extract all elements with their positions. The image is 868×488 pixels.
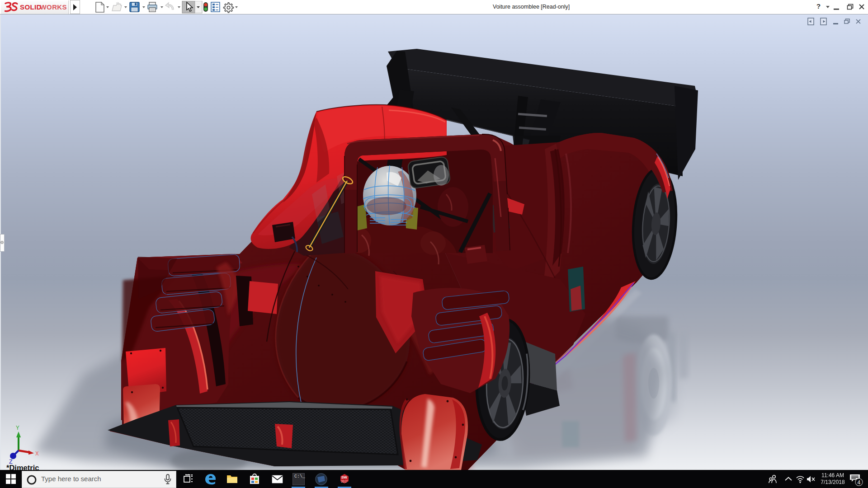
svg-text:WORKS: WORKS — [40, 3, 67, 11]
svg-text:2017: 2017 — [341, 480, 348, 483]
svg-text:X: X — [35, 450, 39, 457]
svg-text:Y: Y — [16, 425, 19, 432]
svg-text:4: 4 — [858, 479, 861, 486]
svg-text:SOLID: SOLID — [20, 3, 42, 11]
svg-text:SW: SW — [341, 475, 347, 479]
